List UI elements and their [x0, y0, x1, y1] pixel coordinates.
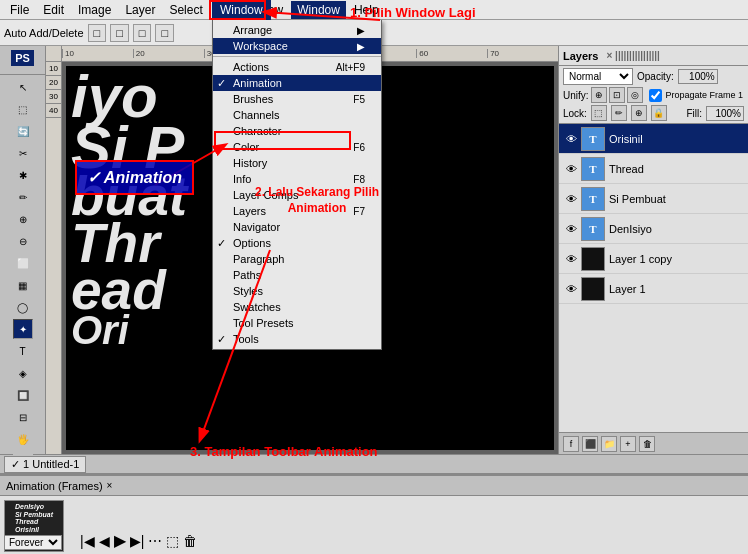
unify-vis-btn[interactable]: ◎ — [627, 87, 643, 103]
document-area[interactable]: iyo Si P buat Thr ead Ori — [62, 62, 558, 454]
menu-select[interactable]: Select — [163, 1, 208, 19]
opacity-value[interactable]: 100% — [678, 69, 718, 84]
menu-file[interactable]: File — [4, 1, 35, 19]
menu-window[interactable]: Window — [291, 1, 346, 19]
tool-type[interactable]: T — [13, 341, 33, 361]
loop-select[interactable]: Forever Once 3 Times — [4, 535, 62, 550]
add-mask-btn[interactable]: ⬛ — [582, 436, 598, 452]
tool-clone[interactable]: ⊕ — [13, 209, 33, 229]
add-style-btn[interactable]: f — [563, 436, 579, 452]
propagate-checkbox[interactable] — [649, 89, 662, 102]
options-btn-1[interactable]: □ — [88, 24, 107, 42]
animation-panel-header: Animation (Frames) × — [0, 476, 748, 496]
unify-style-btn[interactable]: ⊡ — [609, 87, 625, 103]
layer-thumb-layer1 — [581, 277, 605, 301]
tool-select[interactable]: ↖ — [13, 77, 33, 97]
layer-name-sipembuat: Si Pembuat — [609, 193, 666, 205]
layer-item-orisinil[interactable]: 👁 T Orisinil — [559, 124, 748, 154]
layer-eye-thread[interactable]: 👁 — [563, 161, 579, 177]
unify-pos-btn[interactable]: ⊕ — [591, 87, 607, 103]
menu-view[interactable]: View — [251, 1, 289, 19]
layer-eye-orisinil[interactable]: 👁 — [563, 131, 579, 147]
tool-marquee[interactable]: ⬚ — [13, 99, 33, 119]
tool-pen[interactable]: ✦ — [13, 319, 33, 339]
next-frame-btn[interactable]: ▶| — [130, 533, 145, 549]
delete-frame-btn[interactable]: 🗑 — [183, 533, 197, 549]
layer-name-orisinil: Orisinil — [609, 133, 643, 145]
playback-controls: |◀ ◀ ▶ ▶| ⋯ ⬚ 🗑 — [80, 531, 197, 550]
layer-item-denisiyo[interactable]: 👁 T DenIsiyo — [559, 214, 748, 244]
menu-help[interactable]: Help — [348, 1, 385, 19]
new-layer-btn[interactable]: + — [620, 436, 636, 452]
tool-gradient[interactable]: ▦ — [13, 275, 33, 295]
tool-hand[interactable]: 🖐 — [13, 429, 33, 449]
animation-panel: Animation (Frames) × DenIsiyoSi PembuatT… — [0, 474, 748, 554]
layer-list: 👁 T Orisinil 👁 T Thread 👁 T Si Pembuat 👁… — [559, 124, 748, 432]
lock-label: Lock: — [563, 108, 587, 119]
duplicate-frame-btn[interactable]: ⬚ — [166, 533, 179, 549]
layer-eye-denisiyo[interactable]: 👁 — [563, 221, 579, 237]
lock-position-btn[interactable]: ⊕ — [631, 105, 647, 121]
blend-mode-select[interactable]: Normal Multiply Screen — [563, 68, 633, 85]
vertical-ruler: 10 20 30 40 — [46, 62, 62, 454]
options-btn-3[interactable]: □ — [133, 24, 152, 42]
layers-controls: Normal Multiply Screen Opacity: 100% Uni… — [559, 66, 748, 124]
menu-edit[interactable]: Edit — [37, 1, 70, 19]
tool-crop[interactable]: ✂ — [13, 143, 33, 163]
play-btn[interactable]: ▶ — [114, 531, 126, 550]
fill-value[interactable]: 100% — [706, 106, 744, 121]
options-btn-4[interactable]: □ — [155, 24, 174, 42]
lock-transparent-btn[interactable]: ⬚ — [591, 105, 607, 121]
layers-title: Layers — [563, 50, 598, 62]
layer-eye-sipembuat[interactable]: 👁 — [563, 191, 579, 207]
tool-eraser[interactable]: ⬜ — [13, 253, 33, 273]
lock-all-btn[interactable]: 🔒 — [651, 105, 667, 121]
fill-label: Fill: — [686, 108, 702, 119]
forever-label: Forever Once 3 Times — [4, 535, 62, 550]
layer-item-layer1copy[interactable]: 👁 Layer 1 copy — [559, 244, 748, 274]
propagate-label: Propagate Frame 1 — [666, 90, 744, 100]
animation-title: Animation (Frames) — [6, 480, 103, 492]
menu-filter[interactable]: Filter — [211, 1, 250, 19]
frame-thumb-text: DenIsiyoSi PembuatThreadOrisinil — [15, 503, 53, 534]
layers-panel: Layers × |||||||||||||||| Normal Multipl… — [558, 46, 748, 454]
layer-thumb-orisinil: T — [581, 127, 605, 151]
layer-item-layer1[interactable]: 👁 Layer 1 — [559, 274, 748, 304]
tween-btn[interactable]: ⋯ — [148, 533, 162, 549]
ps-logo: PS — [11, 50, 34, 66]
tool-dodge[interactable]: ◯ — [13, 297, 33, 317]
lock-image-btn[interactable]: ✏ — [611, 105, 627, 121]
layer-eye-layer1[interactable]: 👁 — [563, 281, 579, 297]
document-tab[interactable]: ✓ 1 Untitled-1 — [4, 456, 86, 473]
tool-shape[interactable]: ◈ — [13, 363, 33, 383]
document-canvas: iyo Si P buat Thr ead Ori — [66, 66, 554, 450]
new-group-btn[interactable]: 📁 — [601, 436, 617, 452]
canvas-text-content: iyo Si P buat Thr ead Ori — [66, 66, 554, 352]
tool-eyedropper[interactable]: ⊟ — [13, 407, 33, 427]
unify-label: Unify: — [563, 90, 589, 101]
layer-eye-layer1copy[interactable]: 👁 — [563, 251, 579, 267]
document-tab-bar: ✓ 1 Untitled-1 — [0, 454, 748, 474]
layer-item-thread[interactable]: 👁 T Thread — [559, 154, 748, 184]
prev-frame-btn[interactable]: ◀ — [99, 533, 110, 549]
layer-thumb-denisiyo: T — [581, 217, 605, 241]
tool-lasso[interactable]: 🔄 — [13, 121, 33, 141]
tool-healing[interactable]: ✱ — [13, 165, 33, 185]
layer-name-layer1copy: Layer 1 copy — [609, 253, 672, 265]
layer-name-denisiyo: DenIsiyo — [609, 223, 652, 235]
options-label: Auto Add/Delete — [4, 27, 84, 39]
menu-image[interactable]: Image — [72, 1, 117, 19]
tool-notes[interactable]: 🔲 — [13, 385, 33, 405]
delete-layer-btn[interactable]: 🗑 — [639, 436, 655, 452]
layer-item-sipembuat[interactable]: 👁 T Si Pembuat — [559, 184, 748, 214]
tool-history[interactable]: ⊖ — [13, 231, 33, 251]
animation-close-btn[interactable]: × — [107, 480, 113, 491]
menu-layer[interactable]: Layer — [119, 1, 161, 19]
app-container: File Edit Image Layer Select Filter View… — [0, 0, 748, 554]
layer-thumb-sipembuat: T — [581, 187, 605, 211]
tool-brush[interactable]: ✏ — [13, 187, 33, 207]
layers-footer: f ⬛ 📁 + 🗑 — [559, 432, 748, 454]
canvas-area: 10 20 30 40 50 60 70 10 20 30 40 — [46, 46, 558, 454]
skip-start-btn[interactable]: |◀ — [80, 533, 95, 549]
options-btn-2[interactable]: □ — [110, 24, 129, 42]
